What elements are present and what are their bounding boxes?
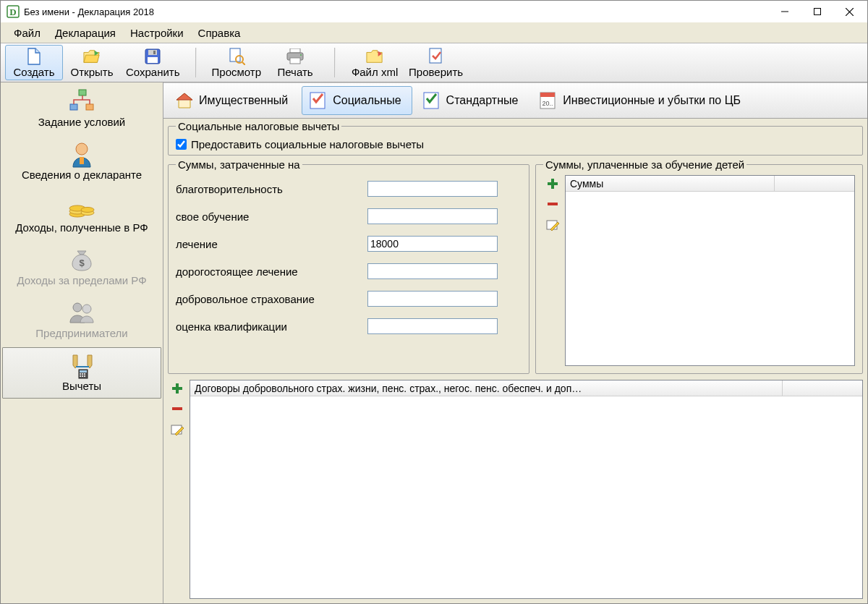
toolbar: Создать Открыть Сохранить Просмо [1,43,867,82]
subtab-label: Имущественный [199,94,288,107]
svg-rect-20 [86,104,93,110]
svg-line-12 [242,62,245,65]
subtab-label: Социальные [333,94,401,107]
toolbar-label: Просмотр [212,66,262,78]
close-button[interactable] [833,1,866,22]
toolbar-label: Создать [13,66,54,78]
field-voluntary-insurance: добровольное страхование [176,285,522,312]
add-button[interactable] [545,176,560,191]
list-tools [543,175,562,366]
header-sums[interactable]: Суммы [566,176,775,191]
tab-social[interactable]: Социальные [302,86,412,115]
svg-rect-19 [70,104,77,110]
toolbar-label: Файл xml [352,66,398,78]
sidebar-item-declarant[interactable]: Сведения о декларанте [2,136,161,187]
voluntary-insurance-input[interactable] [367,291,498,307]
deductions-icon [66,351,98,380]
menu-bar: Файл Декларация Настройки Справка [1,22,867,43]
printer-icon [286,48,304,65]
menu-help[interactable]: Справка [192,25,247,41]
sidebar-item-conditions[interactable]: Задание условий [2,83,161,135]
toolbar-label: Сохранить [126,66,180,78]
toolbar-separator [334,48,336,77]
toolbar-label: Открыть [71,66,114,78]
folder-xml-icon [366,48,383,65]
list-body[interactable] [566,192,854,365]
contracts-list[interactable]: Договоры добровольного страх. жизни, пен… [190,380,863,599]
svg-text:$: $ [79,258,85,268]
svg-rect-22 [80,157,84,164]
page-check-icon [427,48,445,65]
tab-standard[interactable]: Стандартные [415,86,529,115]
field-label: лечение [176,238,367,250]
minimize-button[interactable] [768,1,801,22]
preview-button[interactable]: Просмотр [207,45,267,80]
edit-button[interactable] [545,217,560,231]
tab-property[interactable]: Имущественный [168,86,299,115]
svg-rect-15 [290,58,300,64]
maximize-button[interactable] [801,1,833,22]
svg-rect-18 [79,90,86,95]
check-sheet-icon [308,90,328,111]
sidebar-item-label: Вычеты [62,380,101,392]
subtab-bar: Имущественный Социальные Стандартные [163,82,867,119]
edit-button[interactable] [170,422,184,436]
coins-icon [67,192,96,221]
group-children-education: Суммы, уплаченные за обучение детей [535,158,863,374]
sidebar-item-deductions[interactable]: Вычеты [2,347,161,399]
money-bag-icon: $ [69,245,95,274]
menu-declaration[interactable]: Декларация [49,25,122,41]
svg-rect-7 [148,50,157,55]
header-blank[interactable] [783,380,862,396]
tab-investment[interactable]: 20.. Инвестиционные и убытки по ЦБ [532,86,752,115]
own-education-input[interactable] [367,208,498,224]
window-title: Без имени - Декларация 2018 [24,7,768,17]
field-expensive-treatment: дорогостоящее лечение [176,258,522,285]
charity-input[interactable] [367,181,498,197]
field-charity: благотворительность [176,175,522,203]
svg-rect-38 [82,375,83,377]
create-button[interactable]: Создать [5,45,63,80]
remove-button[interactable] [545,197,560,211]
expensive-treatment-input[interactable] [367,263,498,279]
menu-settings[interactable]: Настройки [124,25,190,41]
workspace: Задание условий Сведения о декларанте [1,82,867,603]
page-magnifier-icon [228,48,245,65]
open-button[interactable]: Открыть [63,45,121,80]
field-treatment: лечение [176,230,522,258]
header-contracts[interactable]: Договоры добровольного страх. жизни, пен… [190,380,783,396]
sidebar-item-label: Доходы, полученные в РФ [15,221,148,234]
contracts-section: Договоры добровольного страх. жизни, пен… [168,380,863,599]
floppy-disk-icon [144,48,161,65]
field-own-education: свое обучение [176,203,522,230]
header-blank[interactable] [775,176,854,191]
field-label: оценка квалификации [176,320,367,333]
check-button[interactable]: Проверить [404,45,468,80]
print-button[interactable]: Печать [266,45,324,80]
group-title: Суммы, затраченные на [176,158,302,171]
group-social-deductions: Социальные налоговые вычеты Предоставить… [168,120,863,156]
svg-point-30 [82,305,91,313]
sidebar-item-label: Сведения о декларанте [22,169,142,181]
children-education-list[interactable]: Суммы [565,175,855,366]
people-icon [67,298,96,327]
qualification-input[interactable] [367,318,498,334]
remove-button[interactable] [170,401,184,416]
person-icon [67,140,96,169]
svg-rect-33 [80,370,87,373]
treatment-input[interactable] [367,236,498,252]
sidebar-item-income-rf[interactable]: Доходы, полученные в РФ [2,189,161,240]
svg-rect-37 [80,375,81,377]
provide-social-checkbox-row[interactable]: Предоставить социальные налоговые вычеты [176,138,855,150]
app-icon: D [7,5,20,18]
provide-social-checkbox[interactable] [176,139,187,150]
house-icon [174,90,195,111]
list-body[interactable] [190,396,862,598]
menu-file[interactable]: Файл [8,25,46,41]
add-button[interactable] [170,381,184,396]
xml-button[interactable]: Файл xml [346,45,404,80]
group-sums-spent: Суммы, затраченные на благотворительност… [168,158,529,374]
svg-point-21 [76,143,88,155]
save-button[interactable]: Сохранить [121,45,185,80]
svg-rect-39 [84,375,85,377]
